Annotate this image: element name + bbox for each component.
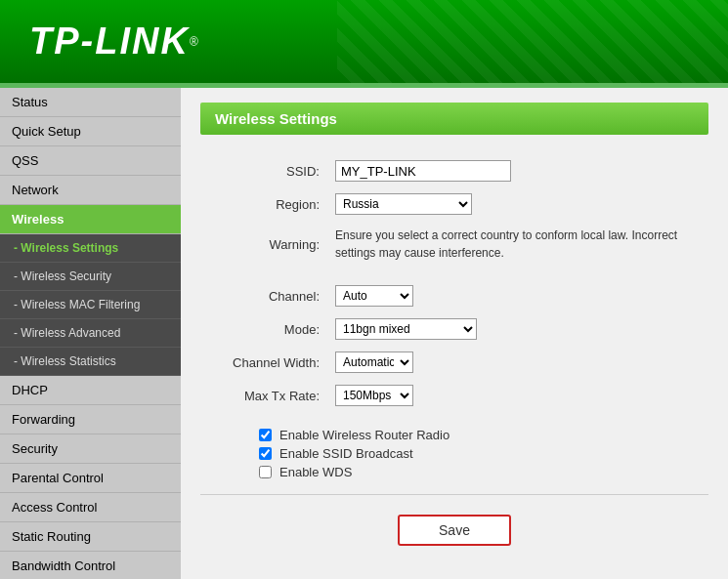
logo-trademark: ®: [190, 35, 198, 49]
channel-width-select[interactable]: Automatic 20MHz 40MHz: [335, 352, 413, 373]
enable-wds-checkbox[interactable]: [259, 466, 272, 478]
region-label: Region:: [200, 187, 327, 221]
channel-select[interactable]: Auto 123 456: [335, 285, 413, 307]
enable-ssid-checkbox[interactable]: [259, 447, 272, 460]
region-row: Region: Russia United States Europe Chin…: [200, 187, 708, 221]
enable-ssid-row: Enable SSID Broadcast: [259, 446, 708, 461]
sidebar-item-static-routing[interactable]: Static Routing: [0, 522, 181, 552]
section-title: Wireless Settings: [200, 103, 708, 135]
channel-width-label: Channel Width:: [200, 346, 327, 379]
enable-radio-row: Enable Wireless Router Radio: [259, 428, 708, 442]
warning-value-cell: Ensure you select a correct country to c…: [327, 221, 708, 268]
warning-text: Ensure you select a correct country to c…: [335, 228, 677, 260]
sidebar-item-dhcp[interactable]: DHCP: [0, 376, 181, 405]
region-select[interactable]: Russia United States Europe China: [335, 193, 472, 215]
main-layout: StatusQuick SetupQSSNetworkWireless- Wir…: [0, 88, 728, 579]
sidebar-item-wireless-stats[interactable]: - Wireless Statistics: [0, 348, 181, 376]
max-tx-row: Max Tx Rate: 150Mbps 300Mbps: [200, 379, 708, 412]
sidebar: StatusQuick SetupQSSNetworkWireless- Wir…: [0, 88, 181, 579]
logo: TP-LINK: [29, 21, 190, 62]
save-button[interactable]: Save: [398, 515, 511, 546]
max-tx-label: Max Tx Rate:: [200, 379, 327, 412]
channel-row: Channel: Auto 123 456: [200, 279, 708, 312]
region-value-cell: Russia United States Europe China: [327, 187, 708, 221]
enable-ssid-label: Enable SSID Broadcast: [279, 446, 413, 461]
enable-radio-label: Enable Wireless Router Radio: [279, 428, 450, 442]
warning-label: Warning:: [200, 221, 327, 268]
ssid-input[interactable]: [335, 160, 511, 182]
header: TP-LINK®: [0, 0, 728, 83]
enable-wds-label: Enable WDS: [279, 465, 352, 479]
sidebar-item-wireless[interactable]: Wireless: [0, 205, 181, 234]
max-tx-select[interactable]: 150Mbps 300Mbps: [335, 385, 413, 406]
divider: [200, 494, 708, 495]
ssid-row: SSID:: [200, 154, 708, 187]
ssid-label: SSID:: [200, 154, 327, 187]
sidebar-item-wireless-advanced[interactable]: - Wireless Advanced: [0, 319, 181, 348]
sidebar-item-wireless-mac[interactable]: - Wireless MAC Filtering: [0, 291, 181, 319]
warning-row: Warning: Ensure you select a correct cou…: [200, 221, 708, 268]
channel-label: Channel:: [200, 279, 327, 312]
channel-width-row: Channel Width: Automatic 20MHz 40MHz: [200, 346, 708, 379]
sidebar-item-forwarding[interactable]: Forwarding: [0, 405, 181, 434]
max-tx-value-cell: 150Mbps 300Mbps: [327, 379, 708, 412]
sidebar-item-network[interactable]: Network: [0, 176, 181, 205]
sidebar-item-parental-control[interactable]: Parental Control: [0, 464, 181, 493]
settings-form: SSID: Region: Russia United States Europ…: [200, 154, 708, 412]
sidebar-item-bandwidth-control[interactable]: Bandwidth Control: [0, 552, 181, 579]
save-button-container: Save: [200, 515, 708, 546]
mode-value-cell: 11bgn mixed 11bg mixed 11b only 11g only…: [327, 312, 708, 346]
mode-row: Mode: 11bgn mixed 11bg mixed 11b only 11…: [200, 312, 708, 346]
content-area: Wireless Settings SSID: Region: Russia U…: [181, 88, 728, 579]
sidebar-item-wireless-settings[interactable]: - Wireless Settings: [0, 234, 181, 263]
channel-width-value-cell: Automatic 20MHz 40MHz: [327, 346, 708, 379]
sidebar-item-security[interactable]: Security: [0, 434, 181, 464]
sidebar-item-quick-setup[interactable]: Quick Setup: [0, 117, 181, 146]
mode-select[interactable]: 11bgn mixed 11bg mixed 11b only 11g only…: [335, 318, 477, 340]
sidebar-item-wireless-security[interactable]: - Wireless Security: [0, 263, 181, 291]
mode-label: Mode:: [200, 312, 327, 346]
enable-radio-checkbox[interactable]: [259, 429, 272, 441]
ssid-value-cell: [327, 154, 708, 187]
sidebar-item-status[interactable]: Status: [0, 88, 181, 117]
sidebar-item-access-control[interactable]: Access Control: [0, 493, 181, 522]
sidebar-item-qss[interactable]: QSS: [0, 146, 181, 176]
enable-wds-row: Enable WDS: [259, 465, 708, 479]
channel-value-cell: Auto 123 456: [327, 279, 708, 312]
